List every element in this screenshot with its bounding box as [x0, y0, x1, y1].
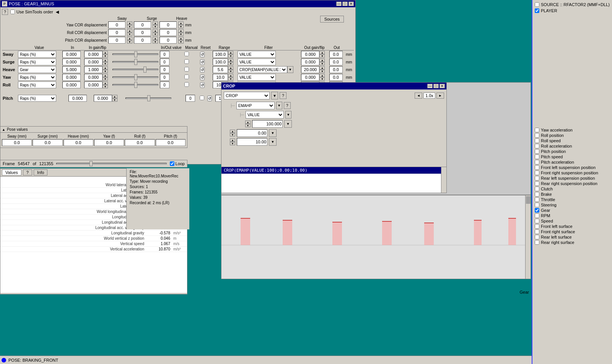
- tab-values[interactable]: Values: [2, 169, 21, 176]
- crop-nav-left[interactable]: ◄: [415, 93, 422, 99]
- roll-cor-heave[interactable]: [160, 29, 177, 36]
- input1-dn[interactable]: ▼: [245, 124, 251, 127]
- sway-inout[interactable]: [160, 51, 169, 58]
- surge-manual[interactable]: [184, 59, 189, 64]
- input3-up[interactable]: ▲: [230, 138, 235, 142]
- cb-pitch-accel-input[interactable]: [535, 160, 539, 164]
- crop-input1[interactable]: [252, 120, 283, 128]
- yaw-filter[interactable]: VALUE: [238, 74, 276, 81]
- source-rfactor2-cb[interactable]: [535, 2, 539, 7]
- cb-rpm-input[interactable]: [535, 213, 539, 218]
- help-button[interactable]: ?: [2, 9, 8, 15]
- pitch-ingain-dn[interactable]: ▼: [112, 98, 117, 102]
- yaw-surge-dn[interactable]: ▼: [153, 25, 158, 28]
- heave-range-up[interactable]: ▲: [228, 66, 233, 70]
- surge-outgain-dn[interactable]: ▼: [319, 62, 325, 65]
- yaw-ingain-dn[interactable]: ▼: [103, 77, 108, 81]
- cb-brake-input[interactable]: [535, 192, 539, 197]
- yaw-cor-sway[interactable]: [108, 21, 125, 28]
- yaw-pose-val[interactable]: [94, 139, 124, 146]
- heave-range[interactable]: [213, 66, 228, 73]
- surge-range-up[interactable]: ▲: [228, 58, 233, 62]
- cb-fr-susp-input[interactable]: [535, 171, 539, 175]
- cb-gear-input[interactable]: [535, 208, 539, 213]
- heave-slider[interactable]: [112, 69, 158, 70]
- pitch-heave-up[interactable]: ▲: [178, 37, 184, 40]
- minimize-btn[interactable]: —: [336, 2, 342, 6]
- sway-filter[interactable]: VALUE: [238, 51, 276, 58]
- cb-throttle-input[interactable]: [535, 197, 539, 202]
- pitch-ingain-up[interactable]: ▲: [112, 95, 117, 98]
- heave-range-dn[interactable]: ▼: [228, 70, 233, 73]
- emahp-question-btn[interactable]: ?: [284, 102, 291, 109]
- surge-reset[interactable]: ↺: [200, 59, 205, 65]
- roll-slider[interactable]: [112, 84, 158, 86]
- crop-maximize[interactable]: □: [433, 84, 439, 88]
- waveform-scrollbar-v[interactable]: [525, 195, 531, 279]
- heave-filter-dropdown-btn[interactable]: ▼: [287, 66, 293, 73]
- heave-in[interactable]: [62, 66, 81, 73]
- input3-dropdown[interactable]: ▼: [269, 138, 277, 146]
- input2-dropdown[interactable]: ▼: [269, 129, 277, 137]
- cb-rl-surface-input[interactable]: [535, 235, 539, 239]
- pitch-surge-up[interactable]: ▲: [153, 37, 158, 40]
- yaw-manual[interactable]: [184, 75, 189, 79]
- crop-nav-right[interactable]: ►: [436, 93, 444, 99]
- value-dropdown-btn[interactable]: ▼: [285, 111, 291, 119]
- roll-heave-up[interactable]: ▲: [178, 29, 184, 32]
- yaw-value-select[interactable]: Raps (%): [18, 74, 56, 81]
- surge-value-select[interactable]: Raps (%): [18, 58, 56, 65]
- pitch-reset[interactable]: ↺: [207, 96, 212, 101]
- roll-sway-up[interactable]: ▲: [127, 29, 132, 32]
- heave-value-select[interactable]: Gear: [18, 66, 56, 73]
- yaw-sway-up[interactable]: ▲: [127, 21, 132, 25]
- yaw-heave-up[interactable]: ▲: [178, 21, 184, 25]
- cb-speed-input[interactable]: [535, 219, 539, 223]
- pitch-manual[interactable]: [200, 96, 204, 100]
- surge-inout[interactable]: [160, 58, 169, 65]
- pitch-surge-dn[interactable]: ▼: [153, 40, 158, 44]
- input2-dn[interactable]: ▼: [230, 133, 235, 136]
- heave-reset[interactable]: ↺: [200, 67, 205, 73]
- yaw-outgain[interactable]: [301, 74, 319, 81]
- roll-heave-dn[interactable]: ▼: [178, 32, 184, 36]
- crop-input3[interactable]: [237, 138, 267, 146]
- heave-inout[interactable]: [160, 66, 169, 73]
- source-player-cb[interactable]: [535, 8, 539, 13]
- roll-inout[interactable]: [160, 81, 169, 88]
- yaw-reset[interactable]: ↺: [200, 75, 205, 80]
- emahp-select[interactable]: EMAHP: [236, 102, 275, 109]
- roll-manual[interactable]: [184, 82, 189, 87]
- input1-dropdown[interactable]: ▼: [284, 120, 292, 128]
- yaw-outgain-up[interactable]: ▲: [319, 74, 325, 77]
- yaw-in[interactable]: [62, 74, 81, 81]
- roll-reset[interactable]: ↺: [200, 82, 205, 88]
- cb-clutch-input[interactable]: [535, 187, 539, 191]
- surge-range[interactable]: [213, 58, 228, 65]
- yaw-outgain-dn[interactable]: ▼: [319, 77, 325, 81]
- input2-up[interactable]: ▲: [230, 130, 235, 133]
- emahp-dropdown-btn[interactable]: ▼: [276, 102, 282, 109]
- cb-roll-pos-input[interactable]: [535, 133, 539, 138]
- expression-selected[interactable]: CROP(EMAHP(VALUE:100);0.00;10.00): [221, 167, 446, 174]
- surge-filter[interactable]: VALUE: [238, 58, 276, 65]
- sway-ingain[interactable]: [84, 51, 103, 58]
- yaw-range-dn[interactable]: ▼: [228, 77, 233, 81]
- pitch-in[interactable]: [68, 95, 87, 102]
- crop-minimize[interactable]: —: [427, 84, 433, 88]
- crop-input2[interactable]: [237, 129, 267, 137]
- crop-close[interactable]: ✕: [439, 84, 445, 88]
- heave-ingain-up[interactable]: ▲: [103, 66, 108, 70]
- sway-value-select[interactable]: Raps (%): [18, 51, 56, 58]
- crop-question-btn[interactable]: ?: [280, 92, 286, 99]
- cb-fl-surface-input[interactable]: [535, 224, 539, 229]
- surge-slider[interactable]: [112, 61, 158, 63]
- yaw-out[interactable]: [329, 74, 343, 81]
- heave-pose-val[interactable]: [63, 139, 93, 146]
- heave-manual[interactable]: [184, 67, 189, 72]
- sway-out[interactable]: [329, 51, 343, 58]
- pitch-sway-up[interactable]: ▲: [127, 37, 132, 40]
- roll-sway-dn[interactable]: ▼: [127, 32, 132, 36]
- surge-out[interactable]: [329, 58, 343, 65]
- yaw-slider[interactable]: [112, 76, 158, 78]
